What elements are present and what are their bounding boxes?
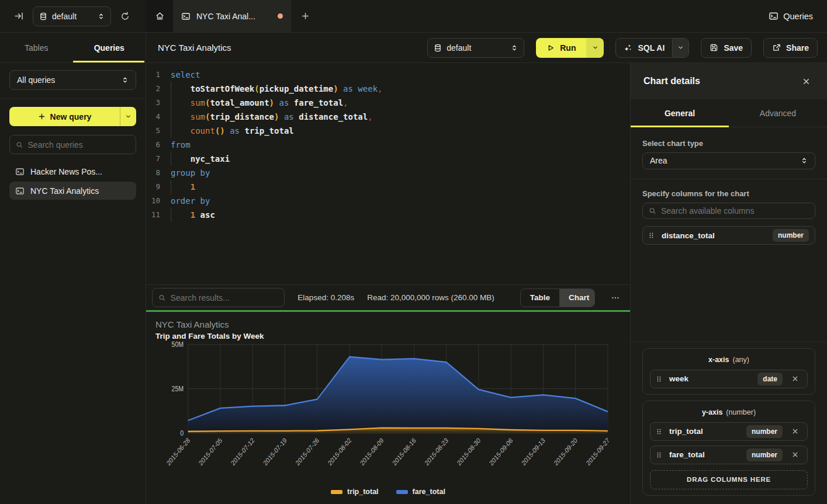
close-panel-button[interactable] [798,73,814,89]
results-search-input[interactable] [171,293,279,303]
tab-general[interactable]: General [631,99,729,127]
code-line: 2 toStartOfWeek(pickup_datetime) as week… [146,82,630,96]
updown-chevrons-icon [511,44,518,51]
refresh-button[interactable] [117,8,133,25]
sidebar-search-input[interactable] [28,140,130,150]
query-title: NYC Taxi Analytics [158,43,421,53]
drag-handle-icon[interactable] [648,231,656,239]
share-button[interactable]: Share [763,38,818,58]
run-button[interactable]: Run [536,38,586,58]
run-dropdown-button[interactable] [586,38,604,58]
save-button[interactable]: Save [701,38,752,58]
sidebar-collapse-button[interactable] [11,8,27,25]
line-number: 3 [146,96,167,110]
sql-ai-button[interactable]: SQL AI [616,39,672,57]
chart-panel: NYC Taxi Analytics Trip and Fare Totals … [146,312,630,504]
run-label: Run [560,43,576,53]
drag-handle-icon[interactable] [655,451,663,459]
code-line: 4 sum(trip_distance) as distance_total, [146,110,630,124]
sql-ai-dropdown-button[interactable] [672,39,688,57]
new-query-button[interactable]: New query [9,107,120,126]
chart-title: NYC Taxi Analytics [155,319,621,329]
refresh-icon [120,12,130,21]
query-list-item[interactable]: Hacker News Pos... [9,162,136,180]
column-chip-distance_total[interactable]: distance_totalnumber [642,226,815,245]
chevron-down-icon [125,113,132,120]
remove-column-button[interactable] [788,373,801,385]
x-axis-box: x-axis(any) weekdate [642,348,815,395]
new-query-dropdown-button[interactable] [120,107,136,126]
topbar-left: default [0,0,146,32]
column-chip-fare_total[interactable]: fare_totalnumber [650,446,808,464]
share-label: Share [786,43,809,53]
column-chip-trip_total[interactable]: trip_totalnumber [650,422,808,441]
legend-item-fare_total[interactable]: fare_total [396,488,445,496]
chart-type-select[interactable]: Area [642,152,815,169]
query-icon [15,186,25,196]
search-icon [16,141,23,149]
column-type-badge: number [746,449,783,461]
svg-text:50M: 50M [172,341,184,349]
svg-text:2015-08-09: 2015-08-09 [359,436,385,467]
legend-item-trip_total[interactable]: trip_total [331,488,378,496]
svg-text:2015-07-12: 2015-07-12 [230,436,255,467]
area-chart[interactable]: 025M50M2015-06-282015-07-052015-07-12201… [155,340,621,485]
details-divider [631,179,827,179]
svg-text:0: 0 [180,429,184,437]
tab-advanced[interactable]: Advanced [729,99,827,127]
code-line: 11 1 asc [146,208,630,222]
drag-handle-icon[interactable] [655,427,663,436]
view-toggle: Table Chart [520,289,595,307]
chart-view-button[interactable]: Chart [559,289,595,307]
x-axis-header: x-axis(any) [650,354,808,365]
tab-nyc-taxi-analytics[interactable]: NYC Taxi Anal... [173,0,291,32]
sql-console-app: default NYC Taxi Anal... Queries [0,0,827,504]
line-number: 7 [146,152,167,166]
columns-search-input[interactable] [661,206,809,215]
queries-menu-label: Queries [783,12,813,21]
database-icon [434,44,442,52]
home-tab-button[interactable] [146,0,173,32]
table-view-button[interactable]: Table [521,289,559,307]
query-list-item[interactable]: NYC Taxi Analytics [9,182,136,200]
line-number: 10 [146,194,167,208]
queries-filter-value: All queries [17,75,122,85]
queries-menu-button[interactable]: Queries [755,0,827,32]
sql-editor[interactable]: 1select2 toStartOfWeek(pickup_datetime) … [146,63,630,284]
y-axis-header: y-axis(number) [650,406,808,418]
code-line: 6from [146,138,630,152]
code-line: 5 count() as trip_total [146,124,630,138]
topbar-database-selector[interactable]: default [33,6,111,26]
svg-text:2015-09-06: 2015-09-06 [488,436,514,467]
home-icon [155,11,165,21]
search-icon [158,294,166,302]
remove-column-button[interactable] [788,449,801,461]
indent-guide [171,82,171,96]
tab-title: NYC Taxi Anal... [196,12,272,21]
sidebar-search [9,135,136,154]
sidebar-tabs: Tables Queries [0,33,146,63]
results-more-button[interactable] [608,290,623,306]
new-tab-button[interactable] [291,0,319,32]
line-number: 2 [146,82,167,96]
indent-guide [171,152,171,166]
sidebar-divider [0,98,146,99]
sidebar-body: All queries New query H [0,63,146,207]
column-name: week [669,374,752,383]
query-icon [15,167,25,176]
play-icon [546,44,555,52]
svg-text:2015-08-16: 2015-08-16 [391,436,417,467]
sidebar: Tables Queries All queries New query [0,33,146,504]
svg-text:25M: 25M [172,385,184,392]
remove-column-button[interactable] [788,425,801,438]
run-database-selector[interactable]: default [427,38,524,58]
drag-handle-icon[interactable] [655,375,663,383]
sidebar-tab-queries[interactable]: Queries [73,33,146,62]
queries-filter-select[interactable]: All queries [9,70,136,90]
drag-columns-drop-zone[interactable]: DRAG COLUMNS HERE [650,470,808,489]
code-line: 8group by [146,166,630,180]
sidebar-tab-tables[interactable]: Tables [0,33,73,62]
indent-guide [171,208,171,222]
indent-guide [171,96,171,110]
column-chip-week[interactable]: weekdate [650,370,808,388]
